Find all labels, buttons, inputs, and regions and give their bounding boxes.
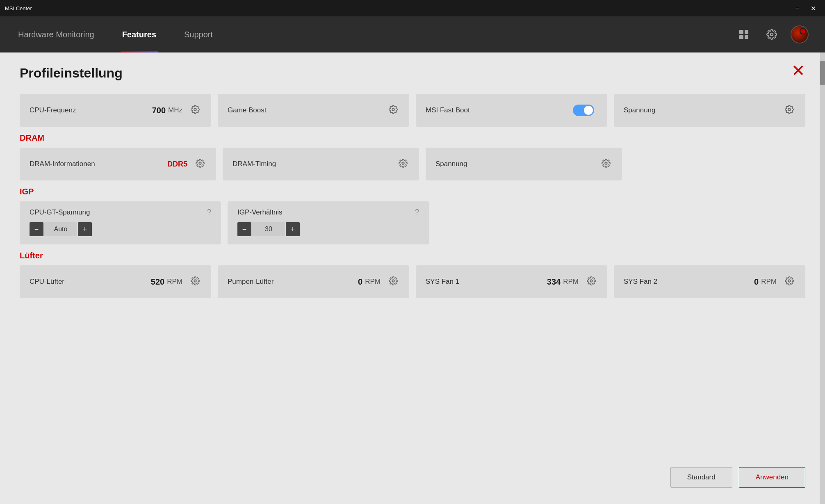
tab-support[interactable]: Support: [182, 16, 214, 52]
game-boost-gear-button[interactable]: [387, 103, 399, 118]
cpu-gt-spannung-label: CPU-GT-Spannung: [30, 208, 204, 217]
cpu-gt-spannung-card: CPU-GT-Spannung ? − Auto +: [20, 201, 221, 244]
pumpen-lufeter-gear-button[interactable]: [387, 275, 399, 289]
igp-verhaltnis-stepper: − 30 +: [237, 222, 300, 236]
cpu-lufeter-card: CPU-Lüfter 520 RPM: [20, 265, 211, 298]
igp-verhaltnis-label: IGP-Verhältnis: [237, 208, 412, 217]
svg-point-9: [590, 280, 593, 282]
nav-tabs: Hardware Monitoring Features Support: [16, 16, 214, 52]
igp-verhaltnis-top-row: IGP-Verhältnis ?: [237, 208, 419, 217]
gear-icon: [785, 105, 794, 114]
sys-fan2-value: 0: [754, 277, 759, 287]
sys-fan1-gear-button[interactable]: [585, 275, 597, 289]
grid-icon: [739, 30, 748, 39]
gear-icon: [587, 276, 596, 285]
igp-verhaltnis-value: 30: [252, 222, 285, 236]
game-boost-card: Game Boost: [218, 94, 409, 127]
pumpen-lufeter-unit: RPM: [365, 278, 381, 286]
lufeter-section-label: Lüfter: [20, 251, 805, 260]
igp-verhaltnis-card: IGP-Verhältnis ? − 30 +: [228, 201, 429, 244]
cpu-spannung-gear-button[interactable]: [783, 103, 795, 118]
igp-verhaltnis-help-button[interactable]: ?: [415, 208, 419, 217]
cpu-freq-label: CPU-Frequenz: [30, 106, 152, 114]
dram-section-label: DRAM: [20, 133, 805, 143]
dram-info-value: DDR5: [167, 160, 187, 169]
svg-point-5: [402, 162, 404, 164]
settings-button[interactable]: [763, 25, 781, 43]
gear-icon: [785, 276, 794, 285]
msi-fast-boot-card: MSI Fast Boot: [416, 94, 607, 127]
app-title: MSI Center: [5, 5, 32, 11]
dram-info-card: DRAM-Informationen DDR5: [20, 148, 216, 180]
dram-spannung-card: Spannung: [426, 148, 622, 180]
gear-icon: [191, 105, 200, 114]
dram-timing-gear-button[interactable]: [397, 157, 409, 171]
igp-verhaltnis-decrement-button[interactable]: −: [237, 222, 251, 236]
gear-icon: [602, 159, 611, 168]
tab-hardware-monitoring[interactable]: Hardware Monitoring: [16, 16, 96, 52]
gear-icon: [191, 276, 200, 285]
igp-verhaltnis-increment-button[interactable]: +: [286, 222, 300, 236]
svg-point-10: [788, 280, 791, 282]
cpu-gt-stepper: − Auto +: [30, 222, 92, 236]
cpu-lufeter-label: CPU-Lüfter: [30, 278, 151, 286]
nav-right: [735, 25, 809, 43]
dram-row: DRAM-Informationen DDR5 DRAM-Timing Span…: [20, 148, 805, 180]
cpu-freq-gear-button[interactable]: [189, 103, 201, 118]
grid-view-button[interactable]: [735, 25, 753, 43]
msi-fast-boot-label: MSI Fast Boot: [426, 106, 573, 114]
sys-fan2-label: SYS Fan 2: [624, 278, 754, 286]
svg-point-6: [605, 162, 607, 164]
cpu-freq-value: 700: [152, 106, 166, 115]
cpu-gt-decrement-button[interactable]: −: [30, 222, 43, 236]
gear-icon: [766, 29, 777, 40]
gear-icon: [196, 159, 205, 168]
cpu-lufeter-unit: RPM: [167, 278, 182, 286]
game-boost-label: Game Boost: [228, 106, 387, 114]
cpu-row: CPU-Frequenz 700 MHz Game Boost MSI Fa: [20, 94, 805, 127]
window-close-button[interactable]: ✕: [807, 3, 820, 14]
dram-spannung-label: Spannung: [435, 160, 600, 168]
pumpen-lufeter-value: 0: [358, 277, 362, 287]
sys-fan1-value: 334: [547, 277, 561, 287]
svg-point-4: [199, 162, 201, 164]
bottom-buttons: Standard Anwenden: [670, 467, 805, 488]
lufeter-row: CPU-Lüfter 520 RPM Pumpen-Lüfter 0 RPM: [20, 265, 805, 298]
gear-icon: [389, 276, 398, 285]
cpu-freq-unit: MHz: [168, 106, 182, 114]
pumpen-lufeter-label: Pumpen-Lüfter: [228, 278, 358, 286]
cpu-lufeter-gear-button[interactable]: [189, 275, 201, 289]
sys-fan2-gear-button[interactable]: [783, 275, 795, 289]
main-content: Profileinstellung ✕ CPU-Frequenz 700 MHz…: [0, 52, 825, 504]
sys-fan2-card: SYS Fan 2 0 RPM: [614, 265, 805, 298]
gear-icon: [399, 159, 408, 168]
apply-button[interactable]: Anwenden: [739, 467, 805, 488]
igp-empty-2: [624, 201, 805, 244]
cpu-spannung-card: Spannung: [614, 94, 805, 127]
sys-fan2-unit: RPM: [761, 278, 777, 286]
standard-button[interactable]: Standard: [670, 467, 732, 488]
sys-fan1-label: SYS Fan 1: [426, 278, 547, 286]
svg-point-1: [194, 108, 196, 111]
cpu-gt-increment-button[interactable]: +: [78, 222, 92, 236]
cpu-gt-value: Auto: [44, 222, 77, 236]
msi-fast-boot-toggle[interactable]: [573, 105, 594, 116]
sys-fan1-unit: RPM: [563, 278, 579, 286]
avatar[interactable]: [791, 25, 809, 43]
cpu-gt-top-row: CPU-GT-Spannung ?: [30, 208, 211, 217]
dram-spannung-gear-button[interactable]: [600, 157, 612, 171]
page-title: Profileinstellung: [20, 66, 805, 81]
page-close-button[interactable]: ✕: [791, 62, 805, 79]
dram-info-gear-button[interactable]: [194, 157, 206, 171]
igp-section-label: IGP: [20, 187, 805, 196]
igp-row: CPU-GT-Spannung ? − Auto + IGP-Verhältni…: [20, 201, 805, 244]
tab-features[interactable]: Features: [121, 16, 158, 52]
cpu-gt-help-button[interactable]: ?: [207, 208, 211, 217]
igp-empty-1: [435, 201, 617, 244]
scrollbar-thumb[interactable]: [820, 61, 825, 85]
pumpen-lufeter-card: Pumpen-Lüfter 0 RPM: [218, 265, 409, 298]
scrollbar-track[interactable]: [820, 52, 825, 504]
minimize-button[interactable]: −: [791, 3, 803, 14]
cpu-lufeter-value: 520: [151, 277, 164, 287]
svg-point-0: [770, 33, 773, 36]
